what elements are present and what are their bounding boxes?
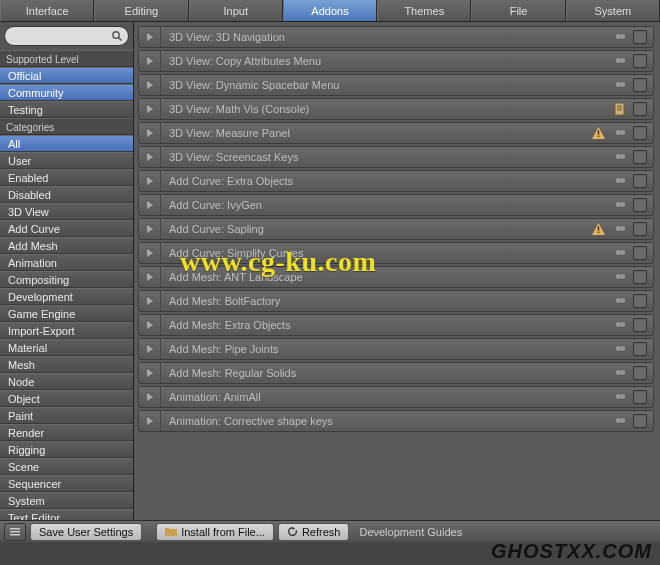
addon-list: 3D View: 3D Navigation3D View: Copy Attr… xyxy=(134,22,660,542)
disclosure-triangle[interactable] xyxy=(139,147,161,167)
svg-rect-7 xyxy=(597,136,598,137)
sidebar-item-development[interactable]: Development xyxy=(0,288,133,305)
svg-rect-11 xyxy=(10,531,20,533)
tab-file[interactable]: File xyxy=(471,0,565,21)
settings-icon[interactable] xyxy=(609,387,631,407)
settings-icon[interactable] xyxy=(609,147,631,167)
refresh-button[interactable]: Refresh xyxy=(278,523,350,541)
sidebar-item-compositing[interactable]: Compositing xyxy=(0,271,133,288)
enable-checkbox[interactable] xyxy=(633,366,647,380)
disclosure-triangle[interactable] xyxy=(139,243,161,263)
sidebar-item-import-export[interactable]: Import-Export xyxy=(0,322,133,339)
doc-icon[interactable] xyxy=(609,99,631,119)
enable-checkbox[interactable] xyxy=(633,270,647,284)
sidebar-item-user[interactable]: User xyxy=(0,152,133,169)
enable-checkbox[interactable] xyxy=(633,126,647,140)
disclosure-triangle[interactable] xyxy=(139,363,161,383)
enable-checkbox[interactable] xyxy=(633,246,647,260)
settings-icon[interactable] xyxy=(609,291,631,311)
enable-checkbox[interactable] xyxy=(633,390,647,404)
enable-checkbox[interactable] xyxy=(633,414,647,428)
tab-system[interactable]: System xyxy=(566,0,660,21)
sidebar-item-node[interactable]: Node xyxy=(0,373,133,390)
disclosure-triangle[interactable] xyxy=(139,219,161,239)
sidebar-item-add-mesh[interactable]: Add Mesh xyxy=(0,237,133,254)
addon-label: Add Curve: Simplify Curves xyxy=(161,247,609,259)
enable-checkbox[interactable] xyxy=(633,174,647,188)
sidebar-item-official[interactable]: Official xyxy=(0,67,133,84)
sidebar-item-community[interactable]: Community xyxy=(0,84,133,101)
sidebar-item-all[interactable]: All xyxy=(0,135,133,152)
settings-icon[interactable] xyxy=(609,195,631,215)
sidebar-item-testing[interactable]: Testing xyxy=(0,101,133,118)
install-from-file-button[interactable]: Install from File... xyxy=(156,523,274,541)
settings-icon[interactable] xyxy=(609,267,631,287)
disclosure-triangle[interactable] xyxy=(139,99,161,119)
dev-guides-label[interactable]: Development Guides xyxy=(353,526,462,538)
tab-interface[interactable]: Interface xyxy=(0,0,94,21)
sidebar-item-game-engine[interactable]: Game Engine xyxy=(0,305,133,322)
disclosure-triangle[interactable] xyxy=(139,339,161,359)
warning-icon xyxy=(587,123,609,143)
settings-icon[interactable] xyxy=(609,75,631,95)
sidebar-item-paint[interactable]: Paint xyxy=(0,407,133,424)
disclosure-triangle[interactable] xyxy=(139,171,161,191)
enable-checkbox[interactable] xyxy=(633,318,647,332)
disclosure-triangle[interactable] xyxy=(139,387,161,407)
settings-icon[interactable] xyxy=(609,123,631,143)
tab-input[interactable]: Input xyxy=(189,0,283,21)
disclosure-triangle[interactable] xyxy=(139,411,161,431)
sidebar-item-render[interactable]: Render xyxy=(0,424,133,441)
sidebar-item-3d-view[interactable]: 3D View xyxy=(0,203,133,220)
svg-rect-2 xyxy=(615,103,624,115)
addon-label: Add Mesh: ANT Landscape xyxy=(161,271,609,283)
sidebar-item-enabled[interactable]: Enabled xyxy=(0,169,133,186)
tab-themes[interactable]: Themes xyxy=(377,0,471,21)
enable-checkbox[interactable] xyxy=(633,222,647,236)
enable-checkbox[interactable] xyxy=(633,294,647,308)
addon-row: Add Mesh: Pipe Joints xyxy=(138,338,654,360)
disclosure-triangle[interactable] xyxy=(139,195,161,215)
sidebar-item-rigging[interactable]: Rigging xyxy=(0,441,133,458)
settings-icon[interactable] xyxy=(609,171,631,191)
settings-icon[interactable] xyxy=(609,51,631,71)
enable-checkbox[interactable] xyxy=(633,150,647,164)
settings-menu-button[interactable] xyxy=(4,523,26,541)
sidebar-item-object[interactable]: Object xyxy=(0,390,133,407)
settings-icon[interactable] xyxy=(609,27,631,47)
sidebar-item-sequencer[interactable]: Sequencer xyxy=(0,475,133,492)
disclosure-triangle[interactable] xyxy=(139,75,161,95)
settings-icon[interactable] xyxy=(609,315,631,335)
enable-checkbox[interactable] xyxy=(633,30,647,44)
enable-checkbox[interactable] xyxy=(633,342,647,356)
sidebar-item-disabled[interactable]: Disabled xyxy=(0,186,133,203)
tab-addons[interactable]: Addons xyxy=(283,0,377,21)
disclosure-triangle[interactable] xyxy=(139,123,161,143)
disclosure-triangle[interactable] xyxy=(139,315,161,335)
addon-row: 3D View: Measure Panel xyxy=(138,122,654,144)
save-settings-button[interactable]: Save User Settings xyxy=(30,523,142,541)
addon-label: Animation: AnimAll xyxy=(161,391,609,403)
settings-icon[interactable] xyxy=(609,219,631,239)
settings-icon[interactable] xyxy=(609,339,631,359)
enable-checkbox[interactable] xyxy=(633,198,647,212)
watermark-ghostxx: GHOSTXX.COM xyxy=(491,540,652,563)
enable-checkbox[interactable] xyxy=(633,102,647,116)
disclosure-triangle[interactable] xyxy=(139,291,161,311)
svg-rect-12 xyxy=(10,534,20,536)
settings-icon[interactable] xyxy=(609,363,631,383)
sidebar-item-animation[interactable]: Animation xyxy=(0,254,133,271)
sidebar-item-system[interactable]: System xyxy=(0,492,133,509)
disclosure-triangle[interactable] xyxy=(139,51,161,71)
sidebar-item-scene[interactable]: Scene xyxy=(0,458,133,475)
settings-icon[interactable] xyxy=(609,411,631,431)
disclosure-triangle[interactable] xyxy=(139,27,161,47)
tab-editing[interactable]: Editing xyxy=(94,0,188,21)
disclosure-triangle[interactable] xyxy=(139,267,161,287)
sidebar-item-add-curve[interactable]: Add Curve xyxy=(0,220,133,237)
enable-checkbox[interactable] xyxy=(633,78,647,92)
enable-checkbox[interactable] xyxy=(633,54,647,68)
sidebar-item-material[interactable]: Material xyxy=(0,339,133,356)
sidebar-item-mesh[interactable]: Mesh xyxy=(0,356,133,373)
settings-icon[interactable] xyxy=(609,243,631,263)
